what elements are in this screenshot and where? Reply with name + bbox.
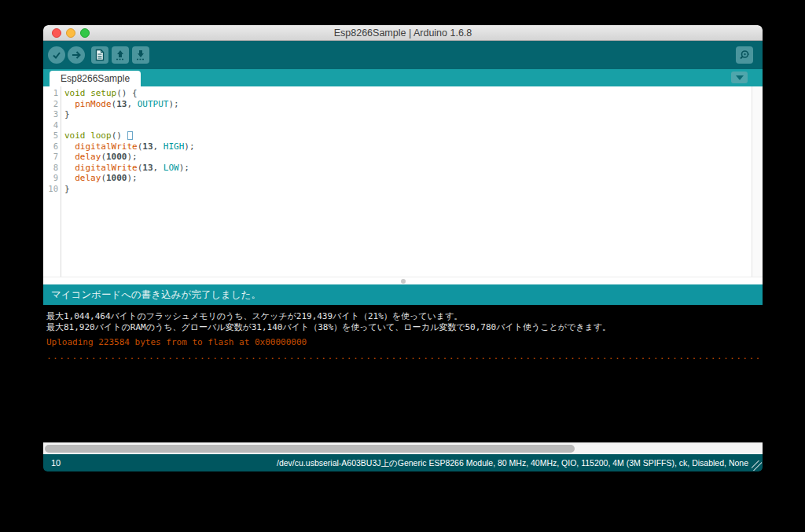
upload-button[interactable]: [68, 46, 85, 64]
console-line: 最大81,920バイトのRAMのうち、グローバル変数が31,140バイト（38%…: [46, 322, 763, 333]
code-line: 4: [43, 120, 752, 131]
chevron-down-icon: [736, 75, 744, 80]
code-lines: 1void setup() {2 pinMode(13, OUTPUT);3}4…: [43, 88, 752, 194]
code-line: 9 delay(1000);: [43, 173, 752, 184]
new-sketch-button[interactable]: [91, 46, 108, 64]
board-port-info: /dev/cu.usbserial-A603BU3J上のGeneric ESP8…: [277, 454, 748, 471]
current-line-indicator: 10: [51, 454, 61, 471]
bottom-status-bar: 10 /dev/cu.usbserial-A603BU3J上のGeneric E…: [43, 454, 763, 471]
window-title: Esp8266Sample | Arduino 1.6.8: [43, 25, 763, 41]
document-icon: [94, 49, 105, 61]
zoom-window-button[interactable]: [80, 28, 90, 38]
tab-label: Esp8266Sample: [61, 73, 130, 84]
title-bar[interactable]: Esp8266Sample | Arduino 1.6.8: [43, 25, 763, 41]
traffic-lights: [52, 28, 90, 38]
tab-esp8266sample[interactable]: Esp8266Sample: [50, 71, 141, 86]
code-line: 8 digitalWrite(13, LOW);: [43, 163, 752, 174]
close-window-button[interactable]: [52, 28, 61, 38]
console-line: 最大1,044,464バイトのフラッシュメモリのうち、スケッチが219,439バ…: [46, 311, 763, 322]
editor-vertical-scrollbar[interactable]: [752, 86, 763, 277]
code-line: 1void setup() {: [43, 88, 752, 99]
resize-grip[interactable]: [752, 460, 762, 471]
brace-match-highlight: [127, 131, 133, 140]
verify-button[interactable]: [48, 46, 65, 64]
console-horizontal-scrollbar[interactable]: [43, 442, 763, 454]
code-line: 5void loop(): [43, 130, 752, 141]
console-line: ........................................…: [46, 351, 763, 362]
serial-monitor-button[interactable]: [736, 46, 753, 64]
code-line: 3}: [43, 109, 752, 120]
splitter-handle-icon: [401, 279, 406, 284]
arrow-down-icon: [135, 49, 146, 61]
arduino-ide-window: Esp8266Sample | Arduino 1.6.8: [43, 25, 763, 471]
arrow-up-icon: [115, 49, 126, 61]
minimize-window-button[interactable]: [66, 28, 75, 38]
code-line: 7 delay(1000);: [43, 152, 752, 163]
tab-bar: Esp8266Sample: [43, 69, 763, 86]
scrollbar-thumb[interactable]: [45, 445, 575, 453]
console-output: 最大1,044,464バイトのフラッシュメモリのうち、スケッチが219,439バ…: [43, 305, 763, 442]
status-message-bar: マイコンボードへの書き込みが完了しました。: [43, 284, 763, 305]
code-editor[interactable]: 1void setup() {2 pinMode(13, OUTPUT);3}4…: [43, 86, 763, 277]
open-button[interactable]: [112, 46, 129, 64]
code-line: 2 pinMode(13, OUTPUT);: [43, 99, 752, 110]
toolbar: [43, 41, 763, 69]
check-icon: [51, 50, 62, 61]
code-line: 6 digitalWrite(13, HIGH);: [43, 141, 752, 152]
console-line: Uploading 223584 bytes from to flash at …: [46, 337, 763, 348]
arrow-right-icon: [71, 50, 82, 61]
magnifier-icon: [738, 49, 751, 61]
save-button[interactable]: [132, 46, 149, 64]
code-line: 10}: [43, 184, 752, 195]
tab-menu-button[interactable]: [731, 72, 748, 83]
status-message: マイコンボードへの書き込みが完了しました。: [51, 289, 261, 300]
editor-console-splitter[interactable]: [43, 277, 763, 284]
